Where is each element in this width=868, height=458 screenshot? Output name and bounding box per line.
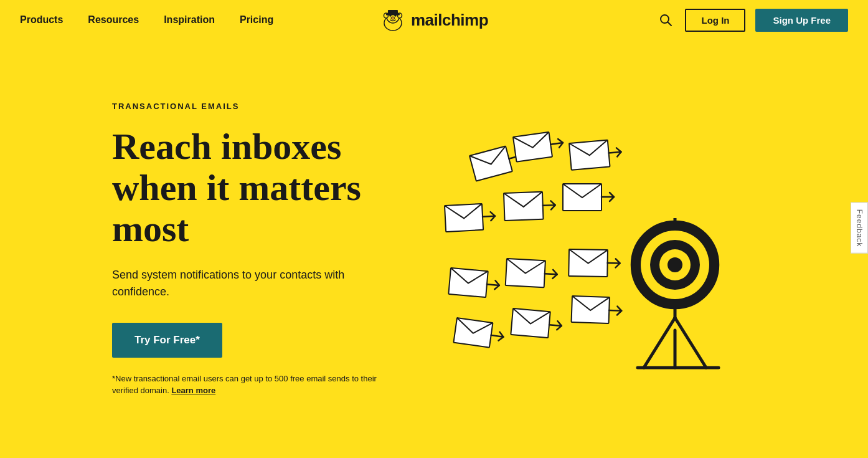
search-button[interactable] — [656, 11, 675, 29]
logo[interactable]: mailchimp — [380, 7, 488, 33]
search-icon — [659, 13, 672, 27]
hero-section: TRANSACTIONAL EMAILS Reach inboxes when … — [0, 40, 868, 458]
svg-line-27 — [609, 151, 621, 153]
illustration-svg — [432, 125, 756, 374]
nav-products[interactable]: Products — [20, 14, 63, 26]
hero-disclaimer: *New transactional email users can get u… — [112, 373, 399, 397]
learn-more-link[interactable]: Learn more — [171, 386, 215, 395]
try-free-button[interactable]: Try For Free* — [112, 323, 222, 358]
svg-line-43 — [549, 325, 562, 326]
nav-left: Products Resources Inspiration Pricing — [20, 14, 273, 26]
hero-illustration — [432, 125, 756, 374]
svg-line-29 — [483, 216, 495, 216]
svg-line-10 — [668, 22, 672, 26]
svg-rect-8 — [386, 14, 400, 16]
svg-line-31 — [543, 205, 555, 206]
mailchimp-logo-text: mailchimp — [411, 11, 488, 30]
svg-point-6 — [391, 17, 395, 19]
mailchimp-logo-icon — [380, 7, 406, 33]
svg-line-11 — [644, 318, 675, 368]
login-button[interactable]: Log In — [685, 9, 745, 32]
nav-right: Log In Sign Up Free — [656, 9, 848, 32]
signup-button[interactable]: Sign Up Free — [755, 9, 848, 32]
svg-line-12 — [675, 318, 706, 368]
hero-content: TRANSACTIONAL EMAILS Reach inboxes when … — [112, 102, 423, 397]
svg-line-35 — [487, 284, 499, 285]
navbar: Products Resources Inspiration Pricing m… — [0, 0, 868, 40]
hero-subtitle: Send system notifications to your contac… — [112, 267, 374, 300]
nav-inspiration[interactable]: Inspiration — [164, 14, 215, 26]
hero-eyebrow: TRANSACTIONAL EMAILS — [112, 102, 423, 111]
hero-title: Reach inboxes when it matters most — [112, 126, 423, 249]
feedback-button[interactable]: Feedback — [851, 202, 868, 254]
nav-pricing[interactable]: Pricing — [240, 14, 273, 26]
feedback-wrapper: Feedback — [851, 202, 868, 256]
nav-resources[interactable]: Resources — [88, 14, 139, 26]
svg-line-37 — [545, 274, 557, 274]
svg-line-45 — [609, 310, 621, 311]
svg-point-20 — [668, 257, 682, 272]
